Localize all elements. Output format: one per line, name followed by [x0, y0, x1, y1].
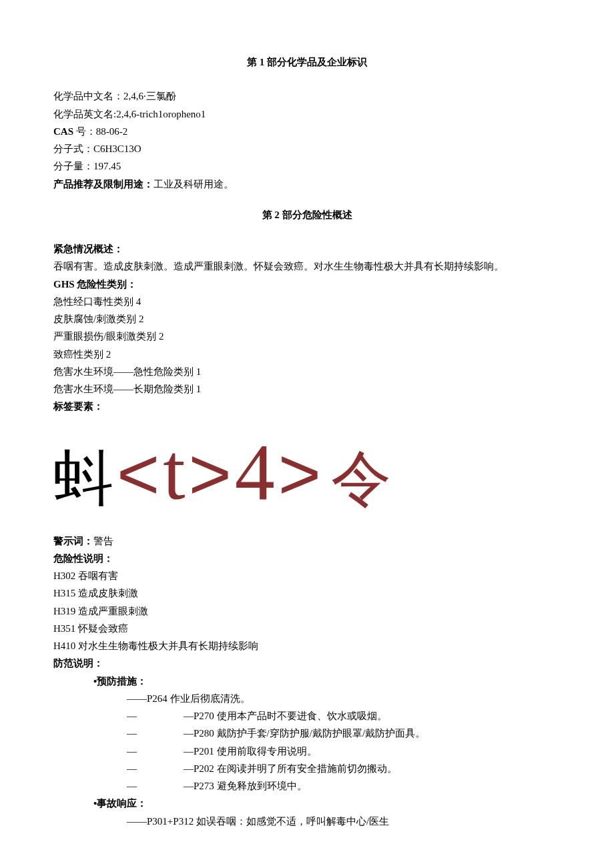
- dash-space: [147, 725, 184, 742]
- prevention-p273: — —P273 避免释放到环境中。: [53, 777, 561, 795]
- dash-1: —: [127, 743, 147, 760]
- ghs-item-2: 严重眼损伤/眼刺激类别 2: [53, 328, 561, 345]
- dash-1: —: [127, 777, 147, 795]
- pictograms-row: 蚪 < t > 4 > 令: [53, 432, 561, 512]
- hazard-0: H302 吞咽有害: [53, 567, 561, 584]
- section2-title: 第 2 部分危险性概述: [53, 206, 561, 224]
- pictogram-2: 令: [331, 449, 391, 509]
- response-p301: ——P301+P312 如误吞咽：如感觉不适，呼叫解毒中心/医生: [53, 813, 561, 830]
- prevention-p202-text: —P202 在阅读并明了所有安全措施前切勿搬动。: [184, 760, 397, 777]
- prevention-p201-text: —P201 使用前取得专用说明。: [184, 743, 317, 760]
- use-value: 工业及科研用途。: [154, 179, 234, 189]
- prevention-p280-text: —P280 戴防护手套/穿防护服/戴防护眼罩/戴防护面具。: [184, 725, 425, 742]
- use-line: 产品推荐及限制用途：工业及科研用途。: [53, 175, 561, 193]
- prevention-p273-text: —P273 避免释放到环境中。: [184, 777, 307, 795]
- prevention-p280: — —P280 戴防护手套/穿防护服/戴防护眼罩/戴防护面具。: [53, 725, 561, 742]
- label-elements-label: 标签要素：: [53, 398, 561, 415]
- english-name-line: 化学品英文名:2,4,6-trich1oropheno1: [53, 105, 561, 123]
- hazard-1: H315 造成皮肤刺激: [53, 584, 561, 602]
- dash-1: —: [127, 707, 147, 725]
- dash-1: —: [127, 725, 147, 742]
- prevention-p270: — —P270 使用本产品时不要进食、饮水或吸烟。: [53, 707, 561, 725]
- emergency-label: 紧急情况概述：: [53, 240, 561, 258]
- ghs-label: GHS 危险性类别：: [53, 276, 561, 293]
- weight-value: 197.45: [93, 161, 121, 171]
- signal-word-label: 警示词：: [53, 536, 93, 546]
- chinese-name-value: 2,4,6·三氯酚: [123, 91, 176, 101]
- prevention-p270-text: —P270 使用本产品时不要进食、饮水或吸烟。: [184, 707, 387, 725]
- signal-word-value: 警告: [93, 536, 113, 546]
- formula-line: 分子式：C6H3C13O: [53, 140, 561, 157]
- dash-space: [147, 707, 184, 725]
- dash-space: [147, 777, 184, 795]
- precaution-label: 防范说明：: [53, 655, 561, 672]
- ghs-item-5: 危害水生环境——长期危险类别 1: [53, 380, 561, 398]
- pictogram-1: 蚪: [53, 449, 113, 509]
- dash-space: [147, 743, 184, 760]
- weight-line: 分子量：197.45: [53, 157, 561, 175]
- weight-label: 分子量：: [53, 161, 93, 171]
- prevention-label: •预防措施：: [53, 673, 561, 690]
- cas-line: CAS 号：88-06-2: [53, 123, 561, 140]
- pictogram-4: 4: [235, 432, 275, 512]
- dash-1: —: [127, 760, 147, 777]
- hazard-4: H410 对水生生物毒性极大并具有长期持续影响: [53, 637, 561, 655]
- ghs-item-3: 致癌性类别 2: [53, 346, 561, 363]
- prevention-p264: ——P264 作业后彻底清洗。: [53, 690, 561, 707]
- english-name-label: 化学品英文名:: [53, 109, 116, 119]
- prevention-p202: — —P202 在阅读并明了所有安全措施前切勿搬动。: [53, 760, 561, 777]
- dash-space: [147, 760, 184, 777]
- chinese-name-label: 化学品中文名：: [53, 91, 123, 101]
- ghs-item-0: 急性经口毒性类别 4: [53, 293, 561, 310]
- response-label: •事故响应：: [53, 795, 561, 812]
- ghs-item-4: 危害水生环境——急性危险类别 1: [53, 363, 561, 380]
- hazard-label: 危险性说明：: [53, 550, 561, 567]
- signal-word-line: 警示词：警告: [53, 532, 561, 550]
- pictogram-t: t: [163, 432, 185, 512]
- emergency-text: 吞咽有害。造成皮肤刺激。造成严重眼刺激。怀疑会致癌。对水生生物毒性极大并具有长期…: [53, 258, 561, 275]
- bracket-close-1: >: [189, 437, 232, 510]
- ghs-item-1: 皮肤腐蚀/刺激类别 2: [53, 310, 561, 328]
- use-label: 产品推荐及限制用途：: [53, 179, 154, 189]
- chinese-name-line: 化学品中文名：2,4,6·三氯酚: [53, 87, 561, 105]
- cas-suffix: 号：: [73, 126, 96, 137]
- cas-number: 88-06-2: [96, 126, 128, 137]
- prevention-p201: — —P201 使用前取得专用说明。: [53, 743, 561, 760]
- section1-title: 第 1 部分化学品及企业标识: [53, 53, 561, 71]
- formula-value: C6H3C13O: [93, 143, 141, 154]
- formula-label: 分子式：: [53, 143, 93, 154]
- hazard-3: H351 怀疑会致癌: [53, 620, 561, 637]
- bracket-close-2: >: [278, 437, 321, 510]
- english-name-value: 2,4,6-trich1oropheno1: [116, 109, 206, 119]
- bracket-open-1: <: [117, 437, 160, 510]
- cas-label: CAS: [53, 126, 73, 137]
- hazard-2: H319 造成严重眼刺激: [53, 602, 561, 620]
